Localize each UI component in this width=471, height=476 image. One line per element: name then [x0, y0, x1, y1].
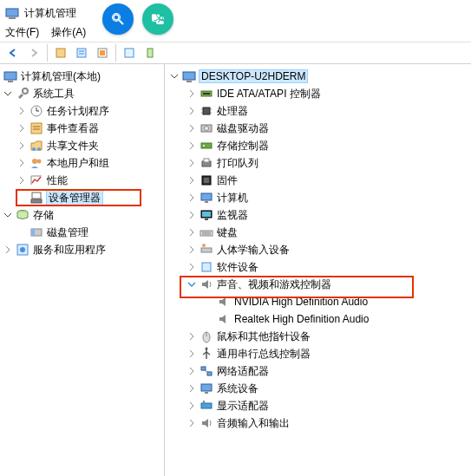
toolbar-btn-2[interactable] — [72, 43, 91, 62]
svg-rect-55 — [201, 248, 212, 252]
device-sound-nvidia[interactable]: NVIDIA High Definition Audio — [165, 293, 471, 310]
chevron-right-icon[interactable] — [186, 192, 198, 204]
svg-rect-9 — [147, 49, 153, 57]
tree-disk-management[interactable]: 磁盘管理 — [0, 224, 164, 241]
chevron-right-icon[interactable] — [186, 105, 198, 117]
tree-event-viewer[interactable]: 事件查看器 — [0, 120, 164, 137]
device-cpu[interactable]: 处理器 — [165, 102, 471, 120]
device-software[interactable]: 软件设备 — [165, 258, 471, 276]
device-display[interactable]: 显示适配器 — [165, 397, 471, 414]
device-sound-label: 声音、视频和游戏控制器 — [217, 277, 331, 292]
menu-action[interactable]: 操作(A) — [51, 25, 86, 40]
chevron-down-icon[interactable] — [2, 88, 14, 100]
tree-task-scheduler[interactable]: 任务计划程序 — [0, 102, 164, 120]
chevron-right-icon[interactable] — [186, 244, 198, 256]
tree-root[interactable]: 计算机管理(本地) — [0, 68, 164, 85]
menu-bar: 文件(F) 操作(A) — [0, 23, 471, 42]
device-disk-drive[interactable]: 磁盘驱动器 — [165, 120, 471, 137]
chevron-right-icon[interactable] — [186, 382, 198, 394]
chevron-right-icon[interactable] — [186, 209, 198, 221]
device-sound[interactable]: 声音、视频和游戏控制器 — [165, 276, 471, 293]
svg-rect-27 — [31, 229, 35, 236]
device-ide[interactable]: IDE ATA/ATAPI 控制器 — [165, 85, 471, 102]
chevron-down-icon[interactable] — [186, 278, 198, 290]
toolbar-btn-3[interactable] — [93, 43, 112, 62]
svg-point-20 — [37, 147, 41, 151]
chevron-right-icon[interactable] — [186, 226, 198, 238]
chevron-right-icon[interactable] — [186, 174, 198, 186]
spacer — [16, 192, 28, 204]
device-computer[interactable]: DESKTOP-U2HDERM — [165, 68, 471, 85]
tree-device-manager[interactable]: 设备管理器 — [0, 189, 164, 206]
device-network[interactable]: 网络适配器 — [165, 362, 471, 380]
svg-rect-1 — [9, 17, 16, 19]
device-usb[interactable]: 通用串行总线控制器 — [165, 345, 471, 362]
device-mouse-label: 鼠标和其他指针设备 — [217, 329, 311, 344]
svg-point-40 — [205, 127, 209, 131]
tree-storage[interactable]: 存储 — [0, 206, 164, 224]
back-button[interactable] — [3, 43, 23, 62]
chevron-right-icon[interactable] — [16, 157, 28, 169]
device-usb-label: 通用串行总线控制器 — [217, 347, 311, 362]
device-sound-realtek[interactable]: Realtek High Definition Audio — [165, 310, 471, 328]
chevron-right-icon[interactable] — [16, 174, 28, 186]
svg-rect-8 — [125, 49, 134, 57]
event-viewer-label: 事件查看器 — [47, 121, 99, 136]
device-system[interactable]: 系统设备 — [165, 380, 471, 397]
chevron-down-icon[interactable] — [2, 209, 14, 221]
chevron-right-icon[interactable] — [2, 244, 14, 256]
chevron-right-icon[interactable] — [186, 88, 198, 100]
chevron-right-icon[interactable] — [186, 348, 198, 360]
tree-local-users[interactable]: 本地用户和组 — [0, 154, 164, 172]
chevron-down-icon[interactable] — [168, 70, 180, 82]
performance-label: 性能 — [47, 173, 68, 188]
local-users-label: 本地用户和组 — [47, 156, 109, 171]
device-hid[interactable]: 人体学输入设备 — [165, 241, 471, 258]
chevron-right-icon[interactable] — [16, 105, 28, 117]
svg-rect-24 — [31, 199, 42, 203]
folder-share-icon — [29, 139, 43, 153]
chevron-right-icon[interactable] — [16, 140, 28, 152]
chevron-right-icon[interactable] — [186, 417, 198, 429]
floating-overlay: 文A — [102, 3, 173, 35]
tree-performance[interactable]: 性能 — [0, 172, 164, 189]
overlay-translate-button[interactable]: 文A — [142, 3, 173, 35]
chevron-right-icon[interactable] — [186, 261, 198, 273]
tree-system-tools[interactable]: 系统工具 — [0, 85, 164, 102]
svg-rect-23 — [32, 192, 41, 199]
audio-io-icon — [200, 416, 213, 430]
chevron-right-icon[interactable] — [186, 157, 198, 169]
device-monitor[interactable]: 监视器 — [165, 206, 471, 224]
device-keyboard[interactable]: 键盘 — [165, 224, 471, 241]
menu-file[interactable]: 文件(F) — [5, 25, 39, 40]
svg-text:A: A — [158, 13, 165, 25]
svg-line-71 — [119, 20, 123, 24]
device-software-label: 软件设备 — [217, 260, 258, 275]
tree-shared-folders[interactable]: 共享文件夹 — [0, 137, 164, 154]
chevron-right-icon[interactable] — [186, 122, 198, 134]
device-firmware[interactable]: 固件 — [165, 172, 471, 189]
svg-rect-52 — [200, 231, 213, 236]
toolbar-btn-5[interactable] — [141, 43, 160, 62]
svg-rect-10 — [4, 72, 16, 80]
chevron-right-icon[interactable] — [16, 122, 28, 134]
device-audio-io[interactable]: 音频输入和输出 — [165, 414, 471, 432]
device-print-queue[interactable]: 打印队列 — [165, 154, 471, 172]
chevron-right-icon[interactable] — [186, 400, 198, 412]
services-apps-label: 服务和应用程序 — [33, 243, 106, 258]
forward-button[interactable] — [24, 43, 43, 62]
toolbar-btn-4[interactable] — [120, 43, 139, 62]
storage-ctrl-icon — [200, 139, 213, 153]
svg-rect-62 — [207, 372, 212, 375]
overlay-search-button[interactable] — [102, 3, 134, 35]
disk-icon — [29, 225, 43, 239]
desktop-icon — [200, 191, 213, 205]
device-computer-node[interactable]: 计算机 — [165, 189, 471, 206]
device-storage-ctrl[interactable]: 存储控制器 — [165, 137, 471, 154]
chevron-right-icon[interactable] — [186, 330, 198, 342]
chevron-right-icon[interactable] — [186, 365, 198, 377]
tree-services-apps[interactable]: 服务和应用程序 — [0, 241, 164, 258]
chevron-right-icon[interactable] — [186, 140, 198, 152]
toolbar-btn-1[interactable] — [51, 43, 70, 62]
device-mouse[interactable]: 鼠标和其他指针设备 — [165, 328, 471, 345]
